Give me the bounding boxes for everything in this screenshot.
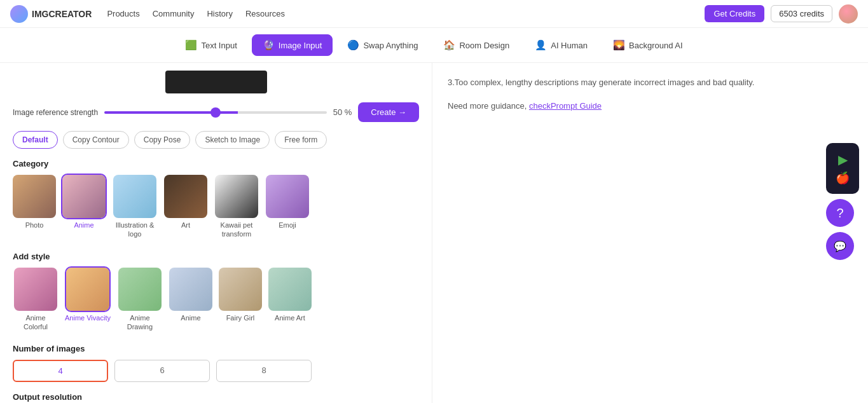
style-drawing[interactable]: Anime Drawing <box>117 268 163 332</box>
avatar[interactable] <box>839 4 858 24</box>
style-art-img <box>268 268 312 311</box>
nav-right: Get Credits 6503 credits <box>705 4 858 24</box>
chat-icon: 💬 <box>834 240 846 252</box>
cat-art-img <box>164 175 207 218</box>
upload-area[interactable] <box>165 71 267 93</box>
style-vivacity-img <box>66 268 109 311</box>
chat-button[interactable]: 💬 <box>826 232 854 260</box>
swap-icon: 🔵 <box>347 39 359 51</box>
room-icon: 🏠 <box>443 39 455 51</box>
tab-ai-human-label: AI Human <box>551 41 588 50</box>
mode-copy-pose[interactable]: Copy Pose <box>134 131 191 149</box>
logo-text: IMGCREATOR <box>32 9 92 19</box>
help-icon: ? <box>836 206 843 221</box>
style-fairy-label: Fairy Girl <box>226 313 255 322</box>
style-fairy-img <box>219 268 262 311</box>
num-4-button[interactable]: 4 <box>13 360 108 382</box>
cat-anime[interactable]: Anime <box>62 175 106 239</box>
category-grid: Photo Anime Illustration & logo Art Kawa… <box>13 175 419 239</box>
cat-illus-img <box>113 175 156 218</box>
style-colorful-label: Anime Colorful <box>13 313 59 332</box>
mode-default[interactable]: Default <box>13 131 58 149</box>
mode-copy-contour[interactable]: Copy Contour <box>63 131 129 149</box>
cat-art[interactable]: Art <box>164 175 207 239</box>
main-layout: Image reference strength 50 % Create → D… <box>0 63 868 403</box>
cat-illus-label: Illustration & logo <box>112 221 158 239</box>
left-panel: Image reference strength 50 % Create → D… <box>0 63 432 403</box>
cat-emoji-img <box>266 175 309 218</box>
cat-emoji[interactable]: Emoji <box>266 175 309 239</box>
prompt-guide-link[interactable]: checkPrompt Guide <box>529 101 602 111</box>
cat-photo[interactable]: Photo <box>13 175 56 239</box>
tab-ai-human[interactable]: 👤 AI Human <box>524 34 598 56</box>
strength-label: Image reference strength <box>13 108 98 117</box>
image-input-icon: 🔮 <box>263 39 275 51</box>
cat-kawaii-img <box>215 175 258 218</box>
category-label: Category <box>13 159 419 168</box>
tip3-text: 3.Too complex, lengthy descriptions may … <box>448 76 853 90</box>
num-images-label: Number of images <box>13 344 419 353</box>
side-float: ▶ 🍎 ? 💬 <box>826 143 859 260</box>
nav-products[interactable]: Products <box>107 9 139 18</box>
play-store-icon: ▶ <box>838 152 848 167</box>
style-drawing-img <box>118 268 162 311</box>
style-colorful-img <box>14 268 57 311</box>
strength-slider[interactable] <box>104 111 327 114</box>
cat-kawaii-label: Kawaii pet transform <box>214 221 259 239</box>
style-fairy[interactable]: Fairy Girl <box>219 268 262 332</box>
style-vivacity-label: Anime Vivacity <box>65 313 111 322</box>
cat-art-label: Art <box>181 221 190 229</box>
tab-swap-label: Swap Anything <box>363 41 418 50</box>
text-input-icon: 🟩 <box>185 39 197 51</box>
navbar: IMGCREATOR Products Community History Re… <box>0 0 868 28</box>
tab-room-label: Room Design <box>459 41 509 50</box>
cat-kawaii[interactable]: Kawaii pet transform <box>214 175 259 239</box>
help-button[interactable]: ? <box>826 199 854 227</box>
logo[interactable]: IMGCREATOR <box>10 5 92 23</box>
logo-icon <box>10 5 28 23</box>
style-anime[interactable]: Anime <box>169 268 212 332</box>
num-8-button[interactable]: 8 <box>216 360 312 382</box>
cat-anime-img <box>62 175 106 218</box>
tab-background-ai[interactable]: 🌄 Background AI <box>602 34 694 56</box>
tab-image-input[interactable]: 🔮 Image Input <box>252 34 333 56</box>
style-art-label: Anime Art <box>275 313 305 322</box>
cat-illus[interactable]: Illustration & logo <box>112 175 158 239</box>
cat-emoji-label: Emoji <box>279 221 296 229</box>
style-art[interactable]: Anime Art <box>268 268 312 332</box>
style-grid: Anime Colorful Anime Vivacity Anime Draw… <box>13 268 419 332</box>
nav-resources[interactable]: Resources <box>245 9 285 18</box>
mode-sketch-to-image[interactable]: Sketch to Image <box>195 131 270 149</box>
get-credits-button[interactable]: Get Credits <box>705 5 764 22</box>
tab-text-input[interactable]: 🟩 Text Input <box>174 34 247 56</box>
nav-links: Products Community History Resources <box>107 9 285 18</box>
style-drawing-label: Anime Drawing <box>117 313 163 332</box>
mode-free-form[interactable]: Free form <box>275 131 327 149</box>
guidance-text: Need more guidance, checkPrompt Guide <box>448 99 853 113</box>
cat-photo-label: Photo <box>25 221 44 229</box>
mode-tabs: Default Copy Contour Copy Pose Sketch to… <box>13 131 419 149</box>
app-download-panel[interactable]: ▶ 🍎 <box>826 143 859 194</box>
apple-store-icon: 🍎 <box>836 171 850 185</box>
tab-swap-anything[interactable]: 🔵 Swap Anything <box>336 34 429 56</box>
strength-value: 50 % <box>333 107 352 117</box>
style-colorful[interactable]: Anime Colorful <box>13 268 59 332</box>
resolution-label: Output resolution <box>13 392 419 402</box>
style-anime-label: Anime <box>181 313 200 322</box>
num-6-button[interactable]: 6 <box>114 360 210 382</box>
tabs-row: 🟩 Text Input 🔮 Image Input 🔵 Swap Anythi… <box>0 28 868 63</box>
num-images-row: 4 6 8 <box>13 360 419 382</box>
ai-human-icon: 👤 <box>535 39 547 51</box>
strength-row: Image reference strength 50 % Create → <box>13 102 419 122</box>
style-vivacity[interactable]: Anime Vivacity <box>65 268 111 332</box>
nav-history[interactable]: History <box>207 9 232 18</box>
credits-badge: 6503 credits <box>771 5 832 22</box>
style-label: Add style <box>13 252 419 261</box>
tab-room-design[interactable]: 🏠 Room Design <box>432 34 520 56</box>
create-button[interactable]: Create → <box>358 102 419 122</box>
nav-community[interactable]: Community <box>153 9 195 18</box>
style-anime-img <box>169 268 212 311</box>
background-icon: 🌄 <box>613 39 625 51</box>
tab-image-input-label: Image Input <box>279 41 322 50</box>
cat-photo-img <box>13 175 56 218</box>
